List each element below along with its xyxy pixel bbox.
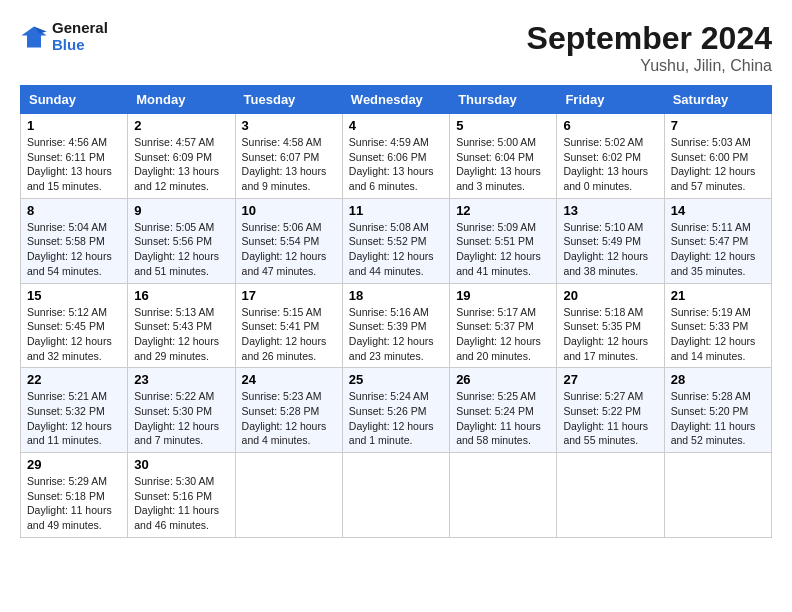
day-number: 18 [349,288,443,303]
day-number: 1 [27,118,121,133]
calendar-cell: 8Sunrise: 5:04 AM Sunset: 5:58 PM Daylig… [21,198,128,283]
svg-marker-0 [21,26,46,47]
calendar-cell: 14Sunrise: 5:11 AM Sunset: 5:47 PM Dayli… [664,198,771,283]
calendar-cell: 11Sunrise: 5:08 AM Sunset: 5:52 PM Dayli… [342,198,449,283]
month-title: September 2024 [527,20,772,57]
calendar-cell: 22Sunrise: 5:21 AM Sunset: 5:32 PM Dayli… [21,368,128,453]
calendar-cell: 27Sunrise: 5:27 AM Sunset: 5:22 PM Dayli… [557,368,664,453]
day-number: 23 [134,372,228,387]
day-info: Sunrise: 5:12 AM Sunset: 5:45 PM Dayligh… [27,305,121,364]
title-block: September 2024 Yushu, Jilin, China [527,20,772,75]
calendar-cell [664,453,771,538]
calendar-cell: 2Sunrise: 4:57 AM Sunset: 6:09 PM Daylig… [128,114,235,199]
logo: General Blue [20,20,108,53]
day-number: 10 [242,203,336,218]
day-info: Sunrise: 5:30 AM Sunset: 5:16 PM Dayligh… [134,474,228,533]
calendar-cell: 30Sunrise: 5:30 AM Sunset: 5:16 PM Dayli… [128,453,235,538]
calendar-cell: 4Sunrise: 4:59 AM Sunset: 6:06 PM Daylig… [342,114,449,199]
day-number: 14 [671,203,765,218]
weekday-header: Monday [128,86,235,114]
day-number: 9 [134,203,228,218]
day-info: Sunrise: 5:25 AM Sunset: 5:24 PM Dayligh… [456,389,550,448]
calendar-week-row: 15Sunrise: 5:12 AM Sunset: 5:45 PM Dayli… [21,283,772,368]
calendar-cell [235,453,342,538]
weekday-header: Tuesday [235,86,342,114]
calendar-cell: 5Sunrise: 5:00 AM Sunset: 6:04 PM Daylig… [450,114,557,199]
day-info: Sunrise: 5:16 AM Sunset: 5:39 PM Dayligh… [349,305,443,364]
calendar-cell: 7Sunrise: 5:03 AM Sunset: 6:00 PM Daylig… [664,114,771,199]
day-number: 26 [456,372,550,387]
day-info: Sunrise: 4:59 AM Sunset: 6:06 PM Dayligh… [349,135,443,194]
day-info: Sunrise: 5:27 AM Sunset: 5:22 PM Dayligh… [563,389,657,448]
calendar-week-row: 8Sunrise: 5:04 AM Sunset: 5:58 PM Daylig… [21,198,772,283]
calendar-cell: 24Sunrise: 5:23 AM Sunset: 5:28 PM Dayli… [235,368,342,453]
day-info: Sunrise: 5:05 AM Sunset: 5:56 PM Dayligh… [134,220,228,279]
weekday-header: Saturday [664,86,771,114]
day-number: 29 [27,457,121,472]
day-info: Sunrise: 5:04 AM Sunset: 5:58 PM Dayligh… [27,220,121,279]
day-info: Sunrise: 4:56 AM Sunset: 6:11 PM Dayligh… [27,135,121,194]
day-number: 7 [671,118,765,133]
day-info: Sunrise: 5:00 AM Sunset: 6:04 PM Dayligh… [456,135,550,194]
calendar-cell: 28Sunrise: 5:28 AM Sunset: 5:20 PM Dayli… [664,368,771,453]
day-info: Sunrise: 5:28 AM Sunset: 5:20 PM Dayligh… [671,389,765,448]
day-info: Sunrise: 5:10 AM Sunset: 5:49 PM Dayligh… [563,220,657,279]
calendar-cell: 6Sunrise: 5:02 AM Sunset: 6:02 PM Daylig… [557,114,664,199]
calendar-cell: 10Sunrise: 5:06 AM Sunset: 5:54 PM Dayli… [235,198,342,283]
calendar-cell: 23Sunrise: 5:22 AM Sunset: 5:30 PM Dayli… [128,368,235,453]
day-number: 28 [671,372,765,387]
logo-icon [20,23,48,51]
day-number: 8 [27,203,121,218]
calendar-cell: 19Sunrise: 5:17 AM Sunset: 5:37 PM Dayli… [450,283,557,368]
calendar-week-row: 1Sunrise: 4:56 AM Sunset: 6:11 PM Daylig… [21,114,772,199]
day-number: 27 [563,372,657,387]
day-number: 30 [134,457,228,472]
calendar-week-row: 29Sunrise: 5:29 AM Sunset: 5:18 PM Dayli… [21,453,772,538]
day-info: Sunrise: 5:23 AM Sunset: 5:28 PM Dayligh… [242,389,336,448]
day-number: 15 [27,288,121,303]
calendar-cell: 15Sunrise: 5:12 AM Sunset: 5:45 PM Dayli… [21,283,128,368]
day-info: Sunrise: 5:08 AM Sunset: 5:52 PM Dayligh… [349,220,443,279]
weekday-header: Thursday [450,86,557,114]
day-number: 20 [563,288,657,303]
weekday-header: Sunday [21,86,128,114]
calendar-cell: 9Sunrise: 5:05 AM Sunset: 5:56 PM Daylig… [128,198,235,283]
day-info: Sunrise: 5:22 AM Sunset: 5:30 PM Dayligh… [134,389,228,448]
calendar-cell: 3Sunrise: 4:58 AM Sunset: 6:07 PM Daylig… [235,114,342,199]
day-info: Sunrise: 5:19 AM Sunset: 5:33 PM Dayligh… [671,305,765,364]
day-info: Sunrise: 5:13 AM Sunset: 5:43 PM Dayligh… [134,305,228,364]
day-number: 17 [242,288,336,303]
logo-text-line1: General [52,20,108,37]
calendar-cell: 13Sunrise: 5:10 AM Sunset: 5:49 PM Dayli… [557,198,664,283]
calendar-week-row: 22Sunrise: 5:21 AM Sunset: 5:32 PM Dayli… [21,368,772,453]
calendar-cell: 18Sunrise: 5:16 AM Sunset: 5:39 PM Dayli… [342,283,449,368]
day-number: 25 [349,372,443,387]
day-info: Sunrise: 5:18 AM Sunset: 5:35 PM Dayligh… [563,305,657,364]
day-info: Sunrise: 5:06 AM Sunset: 5:54 PM Dayligh… [242,220,336,279]
page-header: General Blue September 2024 Yushu, Jilin… [20,20,772,75]
weekday-header: Wednesday [342,86,449,114]
weekday-header: Friday [557,86,664,114]
day-info: Sunrise: 5:02 AM Sunset: 6:02 PM Dayligh… [563,135,657,194]
calendar-cell [450,453,557,538]
day-info: Sunrise: 5:29 AM Sunset: 5:18 PM Dayligh… [27,474,121,533]
calendar-cell: 16Sunrise: 5:13 AM Sunset: 5:43 PM Dayli… [128,283,235,368]
day-number: 24 [242,372,336,387]
calendar-cell: 26Sunrise: 5:25 AM Sunset: 5:24 PM Dayli… [450,368,557,453]
day-info: Sunrise: 5:21 AM Sunset: 5:32 PM Dayligh… [27,389,121,448]
day-number: 6 [563,118,657,133]
day-number: 22 [27,372,121,387]
day-info: Sunrise: 5:24 AM Sunset: 5:26 PM Dayligh… [349,389,443,448]
calendar-cell: 17Sunrise: 5:15 AM Sunset: 5:41 PM Dayli… [235,283,342,368]
day-info: Sunrise: 5:03 AM Sunset: 6:00 PM Dayligh… [671,135,765,194]
location: Yushu, Jilin, China [527,57,772,75]
calendar-cell: 12Sunrise: 5:09 AM Sunset: 5:51 PM Dayli… [450,198,557,283]
day-number: 3 [242,118,336,133]
calendar-cell: 29Sunrise: 5:29 AM Sunset: 5:18 PM Dayli… [21,453,128,538]
day-number: 13 [563,203,657,218]
logo-text-line2: Blue [52,37,108,54]
day-number: 16 [134,288,228,303]
calendar-cell [342,453,449,538]
day-number: 11 [349,203,443,218]
calendar-cell: 1Sunrise: 4:56 AM Sunset: 6:11 PM Daylig… [21,114,128,199]
